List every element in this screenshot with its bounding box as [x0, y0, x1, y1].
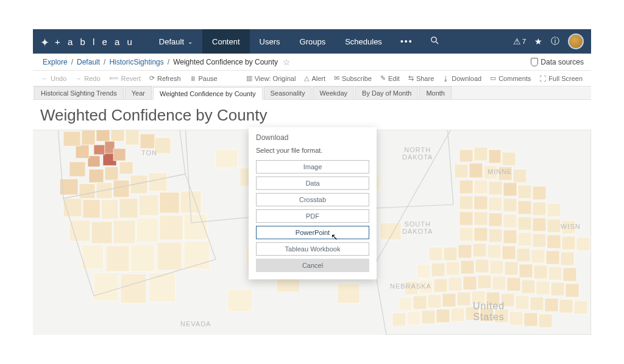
view-toolbar: ←Undo →Redo ⟸Revert ⟳Refresh ⏸Pause ▥Vie… — [33, 71, 591, 86]
svg-rect-93 — [503, 230, 517, 243]
svg-rect-41 — [130, 245, 155, 271]
share-button[interactable]: ⇆Share — [406, 74, 436, 82]
tab-seasonality[interactable]: Seasonality — [264, 86, 312, 99]
favorite-toggle[interactable]: ☆ — [283, 57, 291, 67]
svg-rect-150 — [466, 307, 479, 320]
nav-users[interactable]: Users — [250, 29, 290, 54]
subscribe-button[interactable]: ✉Subscribe — [332, 74, 374, 82]
revert-button[interactable]: ⟸Revert — [107, 74, 143, 82]
svg-rect-126 — [492, 276, 506, 290]
svg-rect-79 — [518, 201, 531, 214]
data-sources-button[interactable]: Data sources — [531, 58, 584, 66]
tab-weekday[interactable]: Weekday — [313, 86, 354, 99]
svg-rect-99 — [429, 247, 442, 261]
svg-rect-129 — [536, 281, 550, 295]
svg-rect-146 — [407, 312, 420, 325]
svg-rect-13 — [63, 131, 80, 146]
svg-rect-44 — [94, 273, 118, 301]
download-cancel-button[interactable]: Cancel — [256, 259, 369, 272]
mail-icon: ✉ — [334, 74, 339, 82]
nav-schedules[interactable]: Schedules — [335, 29, 392, 54]
svg-rect-86 — [518, 217, 531, 230]
svg-point-0 — [431, 37, 436, 41]
download-modal: Download Select your file format. Image … — [249, 127, 377, 279]
alert-button[interactable]: △Alert — [302, 74, 328, 82]
svg-rect-121 — [419, 280, 433, 293]
svg-rect-14 — [82, 130, 95, 145]
svg-rect-68 — [513, 169, 526, 183]
crumb-explore[interactable]: Explore — [43, 58, 68, 66]
user-avatar[interactable] — [568, 33, 584, 49]
download-option-pdf[interactable]: PDF — [256, 209, 369, 223]
svg-rect-78 — [503, 198, 517, 212]
alerts-button[interactable]: ⚠ 7 — [513, 37, 526, 46]
nav-groups[interactable]: Groups — [290, 29, 336, 54]
pause-icon: ⏸ — [190, 75, 196, 82]
undo-button[interactable]: ←Undo — [39, 75, 69, 82]
undo-icon: ← — [41, 75, 48, 82]
view-original-button[interactable]: ▥View: Original — [244, 74, 299, 82]
download-option-image[interactable]: Image — [256, 160, 369, 173]
tab-historical-sighting-trends[interactable]: Historical Sighting Trends — [34, 86, 124, 99]
svg-rect-23 — [113, 180, 129, 197]
svg-rect-10 — [89, 169, 104, 183]
nav-content[interactable]: Content — [202, 29, 250, 54]
redo-icon: → — [75, 75, 82, 82]
site-selector[interactable]: Default ⌄ — [149, 29, 202, 54]
tab-year[interactable]: Year — [125, 86, 152, 99]
crumb-default[interactable]: Default — [77, 58, 100, 66]
refresh-button[interactable]: ⟳Refresh — [147, 74, 183, 82]
svg-rect-9 — [69, 162, 85, 177]
svg-rect-84 — [489, 213, 502, 226]
download-option-crosstab[interactable]: Crosstab — [256, 193, 369, 206]
tab-by-day-of-month[interactable]: By Day of Month — [355, 86, 418, 99]
download-button[interactable]: ⭳Download — [440, 75, 484, 82]
svg-rect-40 — [106, 246, 129, 271]
tab-month[interactable]: Month — [419, 86, 452, 99]
svg-rect-132 — [399, 297, 412, 310]
svg-rect-12 — [119, 162, 133, 174]
svg-rect-66 — [484, 166, 497, 179]
comments-button[interactable]: ▭Comments — [488, 74, 533, 82]
svg-rect-97 — [562, 236, 575, 250]
tab-weighted-confidence[interactable]: Weighted Confidence by County — [153, 87, 263, 100]
svg-rect-77 — [489, 197, 502, 211]
favorites-button[interactable]: ★ — [534, 37, 542, 46]
fullscreen-button[interactable]: ⛶Full Screen — [537, 75, 585, 82]
svg-rect-144 — [574, 301, 587, 314]
svg-rect-7 — [113, 149, 126, 161]
svg-rect-83 — [474, 212, 488, 225]
redo-button[interactable]: →Redo — [73, 75, 102, 82]
pencil-icon: ✎ — [380, 74, 386, 82]
crumb-workbook[interactable]: HistoricSightings — [109, 58, 163, 66]
modal-subtitle: Select your file format. — [256, 147, 369, 154]
download-option-powerpoint[interactable]: PowerPoint — [256, 226, 369, 239]
svg-rect-33 — [69, 220, 90, 241]
sheet-title: Weighted Confidence by County — [33, 100, 591, 130]
svg-rect-124 — [463, 276, 477, 290]
svg-rect-30 — [139, 195, 158, 215]
svg-rect-89 — [562, 220, 575, 234]
search-button[interactable] — [422, 36, 448, 47]
svg-rect-60 — [459, 150, 473, 162]
svg-rect-91 — [474, 228, 488, 241]
download-option-data[interactable]: Data — [256, 177, 369, 190]
svg-rect-103 — [488, 245, 501, 258]
svg-rect-35 — [113, 220, 135, 243]
svg-rect-72 — [503, 183, 517, 196]
nav-more-button[interactable]: ••• — [392, 37, 422, 46]
pause-button[interactable]: ⏸Pause — [187, 75, 220, 82]
help-button[interactable]: ⓘ — [551, 36, 559, 47]
svg-rect-107 — [546, 251, 559, 264]
svg-rect-123 — [448, 278, 462, 291]
svg-rect-101 — [458, 245, 472, 258]
view-icon: ▥ — [246, 74, 252, 82]
svg-rect-105 — [517, 248, 530, 262]
svg-rect-133 — [413, 296, 427, 309]
edit-button[interactable]: ✎Edit — [378, 74, 402, 82]
svg-rect-100 — [444, 247, 457, 261]
bell-icon: △ — [304, 74, 309, 82]
svg-rect-143 — [559, 299, 573, 313]
download-option-workbook[interactable]: Tableau Workbook — [256, 242, 369, 256]
svg-rect-31 — [160, 192, 179, 213]
